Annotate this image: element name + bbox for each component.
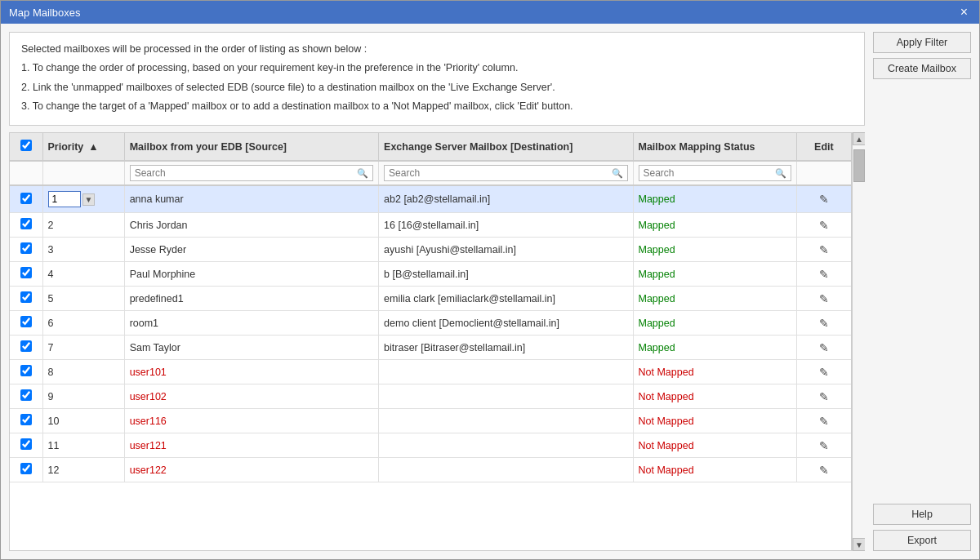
status-badge: Not Mapped (639, 367, 694, 378)
row-edit-cell: ✎ (796, 458, 851, 482)
table-row: 5predefined1emilia clark [emiliaclark@st… (10, 287, 851, 311)
table-row: 6room1demo client [Democlient@stellamail… (10, 311, 851, 336)
row-checkbox[interactable] (20, 193, 32, 204)
priority-dropdown[interactable]: ▼ (82, 193, 96, 206)
status-badge: Mapped (639, 269, 675, 280)
row-source-name: anna kumar (130, 193, 184, 205)
row-checkbox[interactable] (20, 365, 32, 376)
row-source-cell: user116 (124, 409, 378, 433)
edit-icon[interactable]: ✎ (819, 390, 829, 403)
row-destination-cell: b [B@stellamail.in] (379, 262, 633, 287)
row-edit-cell: ✎ (796, 409, 851, 433)
row-edit-cell: ✎ (796, 287, 851, 311)
row-status-cell: Mapped (633, 238, 796, 262)
table-row: 4Paul Morphineb [B@stellamail.in]Mapped✎ (10, 262, 851, 287)
scroll-thumb[interactable] (853, 149, 865, 182)
search-status-input[interactable] (644, 167, 773, 179)
instruction-line3: 3. To change the target of a 'Mapped' ma… (21, 98, 853, 115)
search-source-cell: 🔍 (124, 161, 378, 185)
row-priority-cell: 12 (42, 458, 124, 482)
row-source-name: Jesse Ryder (130, 244, 186, 256)
row-checkbox-cell (10, 262, 42, 287)
row-checkbox[interactable] (20, 218, 32, 229)
row-source-name: predefined1 (130, 293, 184, 304)
row-priority-cell: 10 (42, 409, 124, 433)
edit-icon[interactable]: ✎ (819, 317, 829, 330)
priority-input[interactable] (48, 191, 81, 207)
mailbox-table: Priority ▲ Mailbox from your EDB [Source… (10, 133, 851, 482)
row-source-cell: Sam Taylor (124, 336, 378, 360)
table-row: 12user122Not Mapped✎ (10, 458, 851, 482)
th-status: Mailbox Mapping Status (633, 133, 796, 161)
row-status-cell: Not Mapped (633, 360, 796, 384)
row-source-name: Sam Taylor (130, 342, 180, 353)
search-source-input[interactable] (135, 167, 355, 179)
row-source-name: user116 (130, 416, 167, 427)
row-status-cell: Not Mapped (633, 433, 796, 458)
row-checkbox-cell (10, 185, 42, 213)
row-checkbox[interactable] (20, 438, 32, 450)
row-priority-cell: ▼ (42, 185, 124, 213)
table-row: 7Sam Taylorbitraser [Bitraser@stellamail… (10, 336, 851, 360)
search-dest-icon: 🔍 (612, 168, 623, 179)
row-status-cell: Mapped (633, 336, 796, 360)
sidebar-top: Apply Filter Create Mailbox (873, 32, 971, 79)
row-source-cell: user101 (124, 360, 378, 384)
row-checkbox[interactable] (20, 267, 32, 278)
apply-filter-button[interactable]: Apply Filter (873, 32, 971, 53)
search-checkbox-cell (10, 161, 42, 185)
instruction-line0: Selected mailboxes will be processed in … (21, 41, 853, 58)
search-status-cell: 🔍 (633, 161, 796, 185)
close-button[interactable]: × (957, 6, 971, 19)
edit-icon[interactable]: ✎ (819, 243, 829, 256)
edit-icon[interactable]: ✎ (819, 366, 829, 379)
edit-icon[interactable]: ✎ (819, 415, 829, 428)
row-checkbox-cell (10, 433, 42, 458)
row-checkbox-cell (10, 238, 42, 262)
row-status-cell: Not Mapped (633, 409, 796, 433)
edit-icon[interactable]: ✎ (819, 268, 829, 281)
row-checkbox[interactable] (20, 340, 32, 352)
th-edit: Edit (796, 133, 851, 161)
edit-icon[interactable]: ✎ (819, 464, 829, 477)
table-row: 10user116Not Mapped✎ (10, 409, 851, 433)
row-destination-cell (379, 409, 633, 433)
search-dest-cell: 🔍 (379, 161, 633, 185)
row-priority-cell: 3 (42, 238, 124, 262)
help-button[interactable]: Help (873, 504, 971, 525)
main-window: Map Mailboxes × Selected mailboxes will … (0, 0, 980, 560)
select-all-checkbox[interactable] (20, 140, 32, 151)
edit-icon[interactable]: ✎ (819, 193, 829, 206)
status-badge: Mapped (639, 318, 675, 329)
row-edit-cell: ✎ (796, 433, 851, 458)
row-status-cell: Not Mapped (633, 384, 796, 409)
main-area: Selected mailboxes will be processed in … (9, 32, 865, 551)
row-source-name: Chris Jordan (130, 220, 188, 231)
row-checkbox[interactable] (20, 463, 32, 474)
row-source-cell: room1 (124, 311, 378, 336)
scroll-track (853, 145, 865, 538)
row-checkbox[interactable] (20, 242, 32, 254)
row-destination-cell: ab2 [ab2@stellamail.in] (379, 185, 633, 213)
scroll-down-button[interactable]: ▼ (853, 538, 865, 551)
row-priority-cell: 6 (42, 311, 124, 336)
edit-icon[interactable]: ✎ (819, 439, 829, 452)
edit-icon[interactable]: ✎ (819, 292, 829, 305)
row-checkbox[interactable] (20, 316, 32, 327)
row-priority-cell: 2 (42, 213, 124, 238)
edit-icon[interactable]: ✎ (819, 341, 829, 354)
export-button[interactable]: Export (873, 530, 971, 551)
row-priority-cell: 7 (42, 336, 124, 360)
row-source-name: Paul Morphine (130, 269, 196, 280)
search-dest-input[interactable] (389, 167, 609, 179)
table-header-row: Priority ▲ Mailbox from your EDB [Source… (10, 133, 851, 161)
row-priority-cell: 4 (42, 262, 124, 287)
create-mailbox-button[interactable]: Create Mailbox (873, 58, 971, 79)
row-checkbox[interactable] (20, 414, 32, 425)
status-badge: Not Mapped (639, 391, 694, 402)
row-checkbox[interactable] (20, 291, 32, 303)
search-row: 🔍 🔍 (10, 161, 851, 185)
row-checkbox[interactable] (20, 389, 32, 401)
edit-icon[interactable]: ✎ (819, 219, 829, 232)
scroll-up-button[interactable]: ▲ (853, 132, 865, 145)
